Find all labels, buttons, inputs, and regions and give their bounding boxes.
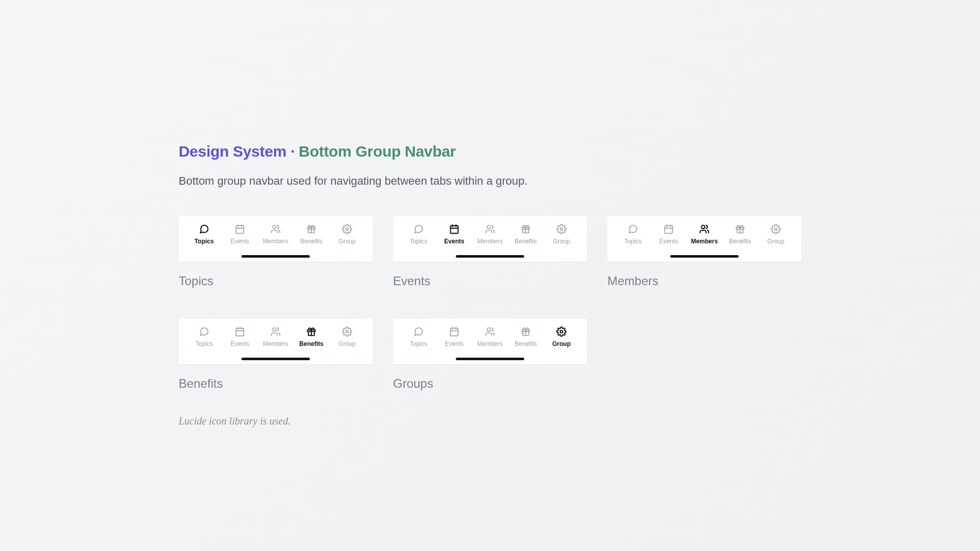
- nav-tab-benefits[interactable]: Benefits: [511, 223, 540, 245]
- navbar-card: TopicsEventsMembersBenefitsGroup: [607, 216, 801, 262]
- variant-group: TopicsEventsMembersBenefitsGroupGroups: [393, 319, 587, 391]
- nav-tab-benefits[interactable]: Benefits: [297, 223, 326, 245]
- navbar-card: TopicsEventsMembersBenefitsGroup: [179, 319, 373, 364]
- nav-tab-topics[interactable]: Topics: [190, 326, 218, 347]
- variant-topics: TopicsEventsMembersBenefitsGroupTopics: [179, 216, 373, 288]
- calendar-icon: [449, 326, 460, 337]
- message-icon: [627, 223, 639, 235]
- calendar-icon: [663, 223, 674, 235]
- users-icon: [484, 326, 496, 337]
- nav-tab-label: Events: [231, 238, 250, 245]
- nav-tab-label: Topics: [624, 238, 642, 245]
- nav-tab-topics[interactable]: Topics: [190, 223, 218, 245]
- variant-events: TopicsEventsMembersBenefitsGroupEvents: [393, 216, 587, 288]
- nav-tab-label: Benefits: [300, 238, 322, 245]
- nav-tab-label: Group: [338, 238, 355, 245]
- nav-tab-group[interactable]: Group: [333, 326, 361, 347]
- nav-tab-label: Topics: [194, 238, 214, 245]
- title-part2: Bottom Group Navbar: [299, 143, 456, 160]
- variant-caption: Members: [607, 274, 801, 288]
- nav-tab-label: Topics: [410, 238, 427, 245]
- home-indicator: [241, 358, 310, 360]
- message-icon: [199, 326, 210, 337]
- users-icon: [270, 223, 281, 235]
- nav-tab-label: Topics: [410, 340, 427, 347]
- users-icon: [270, 326, 281, 337]
- nav-tab-group[interactable]: Group: [547, 326, 576, 347]
- gift-icon: [520, 326, 531, 337]
- variant-caption: Groups: [393, 377, 587, 391]
- variant-benefits: TopicsEventsMembersBenefitsGroupBenefits: [179, 319, 373, 391]
- gift-icon: [734, 223, 746, 235]
- users-icon: [699, 223, 710, 235]
- nav-tab-benefits[interactable]: Benefits: [726, 223, 754, 245]
- nav-tab-label: Group: [553, 238, 570, 245]
- nav-tab-topics[interactable]: Topics: [404, 326, 433, 347]
- nav-tab-members[interactable]: Members: [476, 326, 504, 347]
- page-title: Design System · Bottom Group Navbar: [179, 143, 801, 160]
- gift-icon: [306, 223, 317, 235]
- home-indicator: [670, 255, 739, 258]
- message-icon: [413, 326, 424, 337]
- nav-tab-topics[interactable]: Topics: [404, 223, 433, 245]
- nav-tab-topics[interactable]: Topics: [619, 223, 647, 245]
- nav-tab-members[interactable]: Members: [476, 223, 504, 245]
- variant-caption: Events: [393, 274, 587, 288]
- nav-tab-label: Events: [231, 340, 250, 347]
- nav-tab-group[interactable]: Group: [762, 223, 790, 245]
- nav-tab-label: Group: [338, 340, 355, 347]
- nav-tab-events[interactable]: Events: [654, 223, 683, 245]
- navbar-card: TopicsEventsMembersBenefitsGroup: [393, 319, 587, 364]
- calendar-icon: [234, 223, 246, 235]
- home-indicator: [241, 255, 310, 258]
- navbar-card: TopicsEventsMembersBenefitsGroup: [393, 216, 587, 262]
- nav-tab-label: Members: [263, 340, 288, 347]
- users-icon: [484, 223, 496, 235]
- nav-tab-label: Benefits: [514, 340, 536, 347]
- settings-icon: [556, 223, 567, 235]
- nav-tab-label: Events: [444, 238, 464, 245]
- navbar-tabs: TopicsEventsMembersBenefitsGroup: [404, 223, 576, 245]
- nav-tab-events[interactable]: Events: [440, 326, 469, 347]
- nav-tab-label: Benefits: [729, 238, 751, 245]
- nav-tab-label: Events: [445, 340, 464, 347]
- nav-tab-group[interactable]: Group: [333, 223, 361, 245]
- home-indicator: [456, 358, 524, 360]
- variant-caption: Topics: [179, 274, 373, 288]
- variant-members: TopicsEventsMembersBenefitsGroupMembers: [607, 216, 801, 288]
- gift-icon: [306, 326, 317, 337]
- calendar-icon: [449, 223, 460, 235]
- settings-icon: [341, 223, 353, 235]
- navbar-tabs: TopicsEventsMembersBenefitsGroup: [190, 326, 361, 347]
- message-icon: [199, 223, 210, 235]
- nav-tab-label: Topics: [195, 340, 213, 347]
- settings-icon: [341, 326, 353, 337]
- nav-tab-label: Group: [552, 340, 571, 347]
- settings-icon: [770, 223, 781, 235]
- nav-tab-label: Group: [767, 238, 784, 245]
- home-indicator: [456, 255, 524, 258]
- nav-tab-benefits[interactable]: Benefits: [511, 326, 540, 347]
- settings-icon: [556, 326, 567, 337]
- nav-tab-members[interactable]: Members: [261, 326, 290, 347]
- nav-tab-label: Members: [691, 238, 718, 245]
- nav-tab-group[interactable]: Group: [547, 223, 576, 245]
- navbar-tabs: TopicsEventsMembersBenefitsGroup: [404, 326, 576, 347]
- nav-tab-label: Members: [477, 238, 503, 245]
- variant-caption: Benefits: [179, 377, 373, 391]
- message-icon: [413, 223, 424, 235]
- nav-tab-label: Events: [659, 238, 678, 245]
- nav-tab-members[interactable]: Members: [261, 223, 290, 245]
- nav-tab-events[interactable]: Events: [226, 223, 254, 245]
- title-part1: Design System ·: [179, 143, 299, 160]
- nav-tab-label: Benefits: [514, 238, 536, 245]
- nav-tab-events[interactable]: Events: [440, 223, 469, 245]
- nav-tab-benefits[interactable]: Benefits: [297, 326, 326, 347]
- nav-tab-members[interactable]: Members: [690, 223, 719, 245]
- calendar-icon: [234, 326, 246, 337]
- navbar-tabs: TopicsEventsMembersBenefitsGroup: [190, 223, 361, 245]
- nav-tab-label: Members: [263, 238, 288, 245]
- nav-tab-events[interactable]: Events: [226, 326, 254, 347]
- navbar-tabs: TopicsEventsMembersBenefitsGroup: [619, 223, 790, 245]
- page-subtitle: Bottom group navbar used for navigating …: [179, 174, 801, 188]
